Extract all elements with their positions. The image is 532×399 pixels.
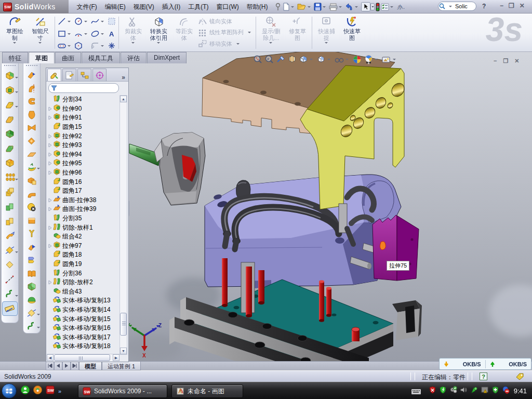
feature-tool-o-shield[interactable] [24, 108, 39, 121]
tree-item[interactable]: 拉伸92 [47, 131, 119, 141]
undo-icon[interactable] [345, 3, 360, 11]
quicklaunch-overflow[interactable]: » [58, 388, 61, 394]
tray-green-shield[interactable] [439, 386, 447, 396]
cmd-trim-button[interactable]: 剪裁实体 [121, 15, 146, 51]
feature-tool-wedge-green[interactable] [2, 141, 18, 156]
tree-item[interactable]: 圆角15 [47, 123, 119, 132]
options-list-icon[interactable] [381, 3, 395, 11]
new-document-icon[interactable] [283, 3, 296, 11]
tree-item[interactable]: 拉伸94 [47, 150, 119, 159]
tray-plus-shield[interactable] [491, 386, 499, 396]
feature-tool-swoosh[interactable] [2, 229, 18, 243]
tree-filter-input[interactable] [48, 83, 119, 93]
feature-tool-x-circle[interactable] [24, 201, 39, 214]
feature-tool-cube-in[interactable] [2, 83, 18, 98]
polygon-tool[interactable] [73, 41, 90, 50]
select-cursor-icon[interactable] [361, 2, 375, 11]
tree-item[interactable]: 拉伸95 [47, 159, 119, 168]
tab-特征[interactable]: 特征 [2, 52, 28, 63]
doc-nav-1[interactable] [54, 362, 62, 370]
tree-item[interactable]: 拉伸91 [47, 113, 119, 123]
feature-tool-o-bow[interactable] [24, 122, 39, 135]
hud-hide-show-icon[interactable] [334, 56, 351, 64]
tab-草图[interactable]: 草图 [29, 52, 55, 63]
tray-sync-green[interactable] [470, 386, 478, 396]
tree-item[interactable]: 组合43 [47, 287, 119, 296]
feature-tool-o-arc[interactable] [24, 82, 39, 95]
hud-section-view-icon[interactable] [287, 55, 297, 64]
quicklaunch-media-player-icon[interactable] [33, 385, 42, 396]
tray-antivirus-shield[interactable] [429, 386, 436, 396]
tree-item[interactable]: 实体-移动/复制18 [47, 342, 119, 351]
ellipsis-icon[interactable]: 办.. [396, 3, 405, 11]
hud-appearance-icon[interactable] [352, 55, 362, 64]
tray-warning-overlay[interactable]: ! [481, 386, 489, 396]
menu-0[interactable]: 文件(F) [73, 1, 101, 14]
feature-tool-diamond[interactable] [2, 258, 18, 272]
cmd-quick-snap-button[interactable]: 快速捕捉 [314, 15, 339, 51]
doc-tab-模型[interactable]: 模型 [79, 362, 102, 370]
tree-item[interactable]: 实体-移动/复制15 [47, 314, 119, 324]
tree-item[interactable]: 分割34 [47, 95, 119, 104]
pattern-tool[interactable]: 线性草图阵列 [198, 28, 253, 38]
tree-item[interactable]: 拉伸90 [47, 104, 119, 114]
feature-tool-dots[interactable] [2, 170, 18, 185]
feature-tool-stack-y2[interactable] [2, 214, 18, 229]
feature-tool-stack-g[interactable] [2, 200, 18, 214]
feature-tool-d-star[interactable] [24, 307, 39, 320]
menu-6[interactable]: 帮助(H) [243, 1, 272, 14]
circle-tool[interactable] [73, 17, 90, 26]
feature-tool-o-elbow[interactable] [24, 188, 39, 201]
doc-nav-0[interactable] [46, 362, 54, 370]
tree-item[interactable]: 实体-移动/复制17 [47, 332, 119, 342]
tree-item[interactable]: 实体-移动/复制16 [47, 324, 119, 333]
tree-item[interactable]: 圆角17 [47, 187, 119, 196]
tree-item[interactable]: 组合42 [47, 232, 119, 242]
tray-stop-badge[interactable] [502, 386, 510, 396]
feature-tool-dashline[interactable] [2, 272, 18, 287]
feature-tool-wedge-a[interactable] [2, 98, 18, 112]
hud-scene-icon[interactable] [364, 55, 380, 64]
feature-tool-o-y[interactable] [24, 227, 39, 240]
scroll-right-arrow[interactable]: ▶ [113, 354, 119, 361]
restore-button[interactable]: ❐ [509, 2, 514, 9]
pin-icon[interactable] [274, 3, 282, 11]
feature-tool-diamond-a[interactable] [2, 243, 18, 258]
move-entity-tool[interactable]: 移动实体 [198, 38, 253, 49]
tab-DimXpert[interactable]: DimXpert [147, 52, 187, 63]
doc-restore-button[interactable]: ❐ [503, 58, 508, 64]
hscroll-thumb[interactable] [54, 354, 110, 361]
panel-tabs-overflow[interactable]: » [122, 74, 125, 81]
feature-tool-g-dome[interactable] [24, 294, 39, 307]
hud-view-orientation-icon[interactable] [299, 55, 315, 64]
cmd-sketch-button[interactable]: 草图绘制 [2, 15, 28, 51]
quicklaunch-messenger-icon[interactable] [21, 385, 30, 396]
feature-tool-wedge[interactable] [2, 112, 18, 127]
toolbar-drag-handle[interactable] [26, 65, 37, 68]
tray-gears-check[interactable] [449, 386, 457, 396]
feature-tool-measure[interactable] [2, 301, 18, 316]
scroll-up-arrow[interactable]: ▲ [120, 96, 127, 102]
tree-item[interactable]: 圆角16 [47, 177, 119, 187]
configuration-manager-tab[interactable] [77, 69, 91, 81]
feature-tool-stack-y[interactable] [2, 185, 18, 200]
tab-模具工具[interactable]: 模具工具 [82, 52, 120, 63]
point-tool[interactable] [107, 41, 117, 50]
cmd-rapid-sketch-button[interactable]: 快速草图 [339, 15, 365, 51]
text-tool[interactable]: A [107, 29, 117, 38]
feature-tool-o-book[interactable] [24, 267, 39, 280]
select-box-tool[interactable] [107, 17, 117, 26]
property-manager-tab[interactable] [62, 69, 76, 81]
tree-vscrollbar[interactable]: ▲ ▼ [119, 95, 127, 355]
feature-tool-o-arrow[interactable] [24, 69, 39, 82]
feature-tool-o-flag[interactable] [24, 254, 39, 267]
spline-tool[interactable] [90, 17, 107, 26]
feature-tool-o-arrow2[interactable] [24, 241, 39, 254]
search-input[interactable]: Solic [438, 2, 476, 11]
cmd-repair-button[interactable]: +修复草图 [285, 15, 310, 51]
tree-item[interactable]: 切除-放样2 [47, 278, 119, 287]
doc-minimize-button[interactable]: − [494, 58, 497, 64]
feature-tool-g-cube[interactable] [24, 280, 39, 293]
sketch-fillet-tool[interactable] [90, 41, 107, 50]
slot-tool[interactable] [57, 41, 73, 50]
